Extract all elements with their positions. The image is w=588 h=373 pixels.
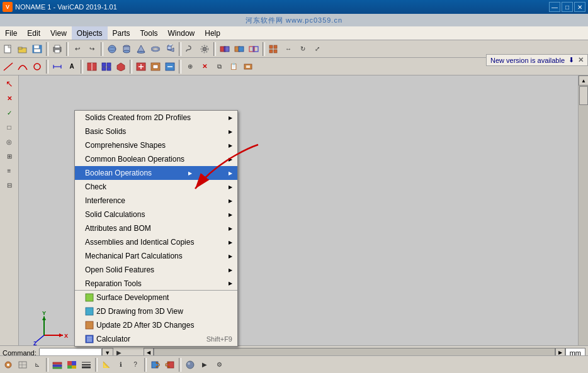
tb-line-button[interactable] [1,60,15,74]
tb-zoom-in-button[interactable] [134,60,148,74]
menu-2d-from-3d[interactable]: 2D Drawing from 3D View [75,304,237,318]
tb-left-tool2[interactable]: ◎ [3,135,16,148]
tb-intersect-button[interactable] [247,42,261,56]
tb-view-button[interactable] [99,60,113,74]
menu-interference[interactable]: Interference [75,194,237,208]
menu-comprehensive-shapes[interactable]: Comprehensive Shapes [75,138,237,152]
menu-solid-calc[interactable]: Solid Calculations [75,208,237,221]
tb-box-button[interactable] [163,42,177,56]
tb-save-button[interactable] [30,42,44,56]
svg-rect-43 [107,63,111,67]
menu-check[interactable]: Check [75,180,237,194]
tb-left-cross[interactable]: ✕ [3,91,16,105]
window-controls[interactable]: — □ ✕ [549,2,585,12]
bt-animate-button[interactable]: ▶ [198,358,212,372]
tb-torus-button[interactable] [149,42,162,56]
tb-spring-button[interactable] [183,42,197,56]
menu-tools[interactable]: Tools [135,26,163,40]
minimize-button[interactable]: — [549,2,560,12]
bt-import-button[interactable] [163,358,177,372]
scroll-up-button[interactable]: ▲ [579,75,588,86]
bt-linewidth-button[interactable] [79,358,93,372]
menu-common-boolean[interactable]: Common Boolean Operations [75,152,237,166]
menu-parts[interactable]: Parts [108,26,135,40]
tb-left-tool1[interactable]: □ [3,120,16,134]
tb-copy-button[interactable]: ⧉ [212,60,226,74]
tb-left-check[interactable]: ✓ [3,106,16,120]
menu-open-solid[interactable]: Open Solid Features [75,263,237,277]
tb-move-button[interactable]: ↔ [281,42,295,56]
svg-rect-78 [53,362,62,364]
bt-snap-button[interactable] [1,358,15,372]
tb-gear-button[interactable] [198,42,212,56]
menu-help[interactable]: Help [200,26,225,40]
bt-info-button[interactable]: ℹ [114,358,128,372]
menu-update-2d-label: Update 2D After 3D Changes [96,321,194,330]
tb-cone-button[interactable] [134,42,148,56]
tb-new-button[interactable] [1,42,15,56]
tb-cylinder-button[interactable] [120,42,133,56]
bt-render-button[interactable] [183,358,197,372]
maximize-button[interactable]: □ [562,2,573,12]
menu-objects[interactable]: Objects [72,26,108,40]
tb-rotate-button[interactable]: ↻ [296,42,310,56]
tb-arc-button[interactable] [16,60,30,74]
bt-config-button[interactable]: ⚙ [212,358,226,372]
bt-color-button[interactable] [65,358,79,372]
tb-dimension-button[interactable] [50,60,64,74]
tb-circle-button[interactable] [30,60,44,74]
tb-iso-button[interactable] [114,60,128,74]
tb-left-select[interactable]: ↖ [3,77,16,91]
scroll-thumb[interactable] [579,86,588,105]
menu-calculator[interactable]: Calculator Shift+F9 [75,332,237,346]
tb-redo-button[interactable]: ↪ [85,42,99,56]
menu-solids-2d[interactable]: Solids Created from 2D Profiles [75,111,237,125]
tb-array-button[interactable] [267,42,281,56]
menu-mech-calc[interactable]: Mechanical Part Calculations [75,249,237,263]
menu-assemblies[interactable]: Assemblies and Identical Copies [75,235,237,249]
menu-edit[interactable]: Edit [22,26,45,40]
tb-paste-button[interactable]: 📋 [227,60,240,74]
menu-view[interactable]: View [45,26,72,40]
tb-union-button[interactable] [218,42,232,56]
update-close-button[interactable]: ✕ [578,56,584,64]
menu-reparation[interactable]: Reparation Tools [75,277,237,291]
bt-layer-button[interactable] [50,358,64,372]
scroll-track[interactable] [579,86,588,350]
tb-text-button[interactable]: A [65,60,79,74]
bt-measure-button[interactable]: 📐 [99,358,113,372]
bt-query-button[interactable]: ? [128,358,142,372]
tb-properties-button[interactable] [241,60,255,74]
menu-window[interactable]: Window [163,26,200,40]
tb-left-tool5[interactable]: ⊟ [3,178,16,192]
menu-update-2d[interactable]: Update 2D After 3D Changes [75,318,237,332]
menu-boolean-ops[interactable]: Boolean Operations ▶ [75,166,237,180]
menu-basic-solids[interactable]: Basic Solids [75,125,237,138]
tb-scale-button[interactable]: ⤢ [310,42,324,56]
tb-delete-button[interactable]: ✕ [198,60,212,74]
svg-rect-5 [34,45,39,48]
tb-left-tool3[interactable]: ⊞ [3,149,16,163]
tb-subtract-button[interactable] [232,42,246,56]
tb-zoom-fit-button[interactable] [149,60,162,74]
tb-sphere-button[interactable] [105,42,119,56]
tb-zoom-out-button[interactable] [163,60,177,74]
tb-undo-button[interactable]: ↩ [71,42,84,56]
bt-grid-button[interactable] [16,358,30,372]
bt-ortho-button[interactable]: ⊾ [30,358,44,372]
menu-file[interactable]: File [0,26,22,40]
right-scrollbar[interactable]: ▲ ▼ [578,75,588,360]
menu-surface-dev[interactable]: Surface Development [75,291,237,304]
svg-point-36 [34,64,40,70]
tb-select-button[interactable]: ⊕ [183,60,197,74]
svg-point-92 [186,361,194,369]
bt-export-button[interactable] [149,358,162,372]
menu-attributes-bom[interactable]: Attributes and BOM [75,221,237,235]
tb-open-button[interactable] [16,42,30,56]
svg-rect-54 [244,64,252,69]
close-button[interactable]: ✕ [574,2,585,12]
update-download-icon[interactable]: ⬇ [568,56,574,64]
tb-section-button[interactable] [85,60,99,74]
tb-left-tool4[interactable]: ≡ [3,164,16,177]
tb-print-button[interactable] [50,42,64,56]
